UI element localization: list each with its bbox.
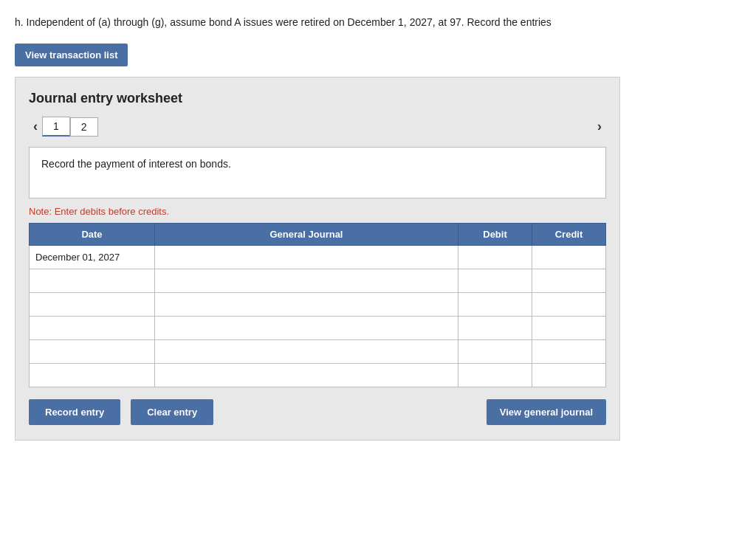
credit-cell-3[interactable] bbox=[532, 293, 606, 317]
credit-input-5[interactable] bbox=[532, 340, 605, 363]
debit-cell-1[interactable] bbox=[458, 246, 532, 269]
debit-cell-6[interactable] bbox=[458, 364, 532, 387]
journal-cell-1[interactable] bbox=[155, 246, 458, 269]
tab-nav-row: ‹ 1 2 › bbox=[29, 117, 606, 137]
debit-input-4[interactable] bbox=[458, 317, 532, 339]
credit-input-4[interactable] bbox=[532, 317, 605, 339]
table-row bbox=[30, 293, 606, 317]
journal-input-1[interactable] bbox=[155, 246, 458, 269]
debit-cell-3[interactable] bbox=[458, 293, 532, 317]
debit-input-2[interactable] bbox=[458, 269, 532, 292]
journal-input-2[interactable] bbox=[155, 269, 458, 292]
journal-cell-3[interactable] bbox=[155, 293, 458, 317]
journal-cell-5[interactable] bbox=[155, 340, 458, 364]
date-cell-2 bbox=[30, 269, 155, 293]
instruction-box: Record the payment of interest on bonds. bbox=[29, 147, 606, 199]
credit-cell-4[interactable] bbox=[532, 317, 606, 340]
col-header-journal: General Journal bbox=[155, 224, 458, 246]
credit-input-2[interactable] bbox=[532, 269, 605, 292]
record-entry-button[interactable]: Record entry bbox=[29, 399, 120, 425]
journal-cell-2[interactable] bbox=[155, 269, 458, 293]
date-cell-4 bbox=[30, 317, 155, 340]
debit-cell-4[interactable] bbox=[458, 317, 532, 340]
debit-input-3[interactable] bbox=[458, 293, 532, 316]
table-header-row: Date General Journal Debit Credit bbox=[30, 224, 606, 246]
journal-input-6[interactable] bbox=[155, 364, 458, 387]
date-cell-3 bbox=[30, 293, 155, 317]
debit-input-1[interactable] bbox=[458, 246, 532, 269]
view-transaction-button[interactable]: View transaction list bbox=[15, 44, 128, 66]
table-row bbox=[30, 364, 606, 387]
tab-1[interactable]: 1 bbox=[42, 117, 70, 137]
table-row bbox=[30, 269, 606, 293]
table-row bbox=[30, 340, 606, 364]
button-row: Record entry Clear entry View general jo… bbox=[29, 399, 606, 425]
credit-input-1[interactable] bbox=[532, 246, 605, 269]
debit-input-5[interactable] bbox=[458, 340, 532, 363]
date-cell-6 bbox=[30, 364, 155, 387]
date-cell-5 bbox=[30, 340, 155, 364]
credit-cell-6[interactable] bbox=[532, 364, 606, 387]
journal-input-3[interactable] bbox=[155, 293, 458, 316]
table-row: December 01, 2027 bbox=[30, 246, 606, 269]
note-text: Note: Enter debits before credits. bbox=[29, 206, 606, 217]
credit-cell-1[interactable] bbox=[532, 246, 606, 269]
date-cell-1: December 01, 2027 bbox=[30, 246, 155, 269]
debit-cell-5[interactable] bbox=[458, 340, 532, 364]
col-header-date: Date bbox=[30, 224, 155, 246]
credit-cell-2[interactable] bbox=[532, 269, 606, 293]
prev-tab-button[interactable]: ‹ bbox=[29, 117, 42, 136]
col-header-debit: Debit bbox=[458, 224, 532, 246]
journal-cell-4[interactable] bbox=[155, 317, 458, 340]
view-general-journal-button[interactable]: View general journal bbox=[487, 399, 606, 425]
credit-cell-5[interactable] bbox=[532, 340, 606, 364]
col-header-credit: Credit bbox=[532, 224, 606, 246]
journal-input-4[interactable] bbox=[155, 317, 458, 339]
next-tab-button[interactable]: › bbox=[593, 117, 606, 136]
clear-entry-button[interactable]: Clear entry bbox=[131, 399, 213, 425]
credit-input-3[interactable] bbox=[532, 293, 605, 316]
tab-2[interactable]: 2 bbox=[70, 117, 98, 137]
journal-table: Date General Journal Debit Credit Decemb… bbox=[29, 223, 606, 387]
journal-input-5[interactable] bbox=[155, 340, 458, 363]
instruction-text: Record the payment of interest on bonds. bbox=[41, 158, 231, 170]
table-row bbox=[30, 317, 606, 340]
debit-input-6[interactable] bbox=[458, 364, 532, 387]
header-text: h. Independent of (a) through (g), assum… bbox=[15, 15, 741, 30]
debit-cell-2[interactable] bbox=[458, 269, 532, 293]
journal-cell-6[interactable] bbox=[155, 364, 458, 387]
credit-input-6[interactable] bbox=[532, 364, 605, 387]
worksheet-title: Journal entry worksheet bbox=[29, 91, 606, 106]
worksheet-container: Journal entry worksheet ‹ 1 2 › Record t… bbox=[15, 77, 620, 441]
